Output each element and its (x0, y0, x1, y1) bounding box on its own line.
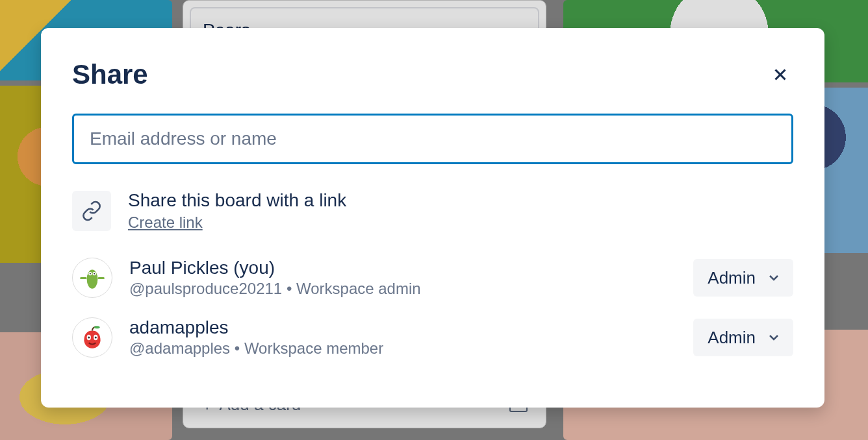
svg-point-10 (95, 336, 97, 338)
create-link-button[interactable]: Create link (128, 214, 203, 232)
permission-select[interactable]: Admin (693, 259, 793, 297)
invite-input[interactable] (72, 114, 793, 164)
permission-label: Admin (708, 268, 756, 288)
avatar (72, 317, 112, 358)
svg-point-11 (94, 326, 99, 328)
member-subtext: @paulsproduce20211 • Workspace admin (129, 280, 676, 298)
chevron-down-icon (766, 270, 782, 286)
avatar (72, 258, 112, 298)
link-icon-box (72, 191, 111, 231)
share-link-section: Share this board with a link Create link (72, 190, 793, 232)
member-row: Paul Pickles (you) @paulsproduce20211 • … (72, 258, 793, 298)
apple-avatar-icon (79, 324, 106, 351)
permission-select[interactable]: Admin (693, 319, 793, 356)
member-subtext: @adamapples • Workspace member (129, 339, 676, 358)
close-icon (771, 65, 790, 84)
modal-title: Share (72, 59, 148, 90)
share-modal: Share Share this board with a link Creat… (41, 28, 824, 408)
link-icon (81, 201, 102, 221)
svg-rect-6 (97, 277, 105, 279)
member-name: adamapples (129, 317, 676, 338)
svg-point-9 (88, 336, 90, 338)
pickle-avatar-icon (79, 264, 106, 291)
chevron-down-icon (766, 330, 782, 345)
member-row: adamapples @adamapples • Workspace membe… (72, 317, 793, 358)
permission-label: Admin (708, 328, 756, 348)
close-button[interactable] (767, 62, 793, 88)
member-name: Paul Pickles (you) (129, 258, 676, 278)
svg-point-4 (94, 273, 95, 275)
share-link-title: Share this board with a link (128, 190, 346, 211)
svg-rect-5 (80, 277, 87, 279)
svg-point-3 (90, 273, 91, 275)
svg-point-0 (87, 269, 98, 288)
